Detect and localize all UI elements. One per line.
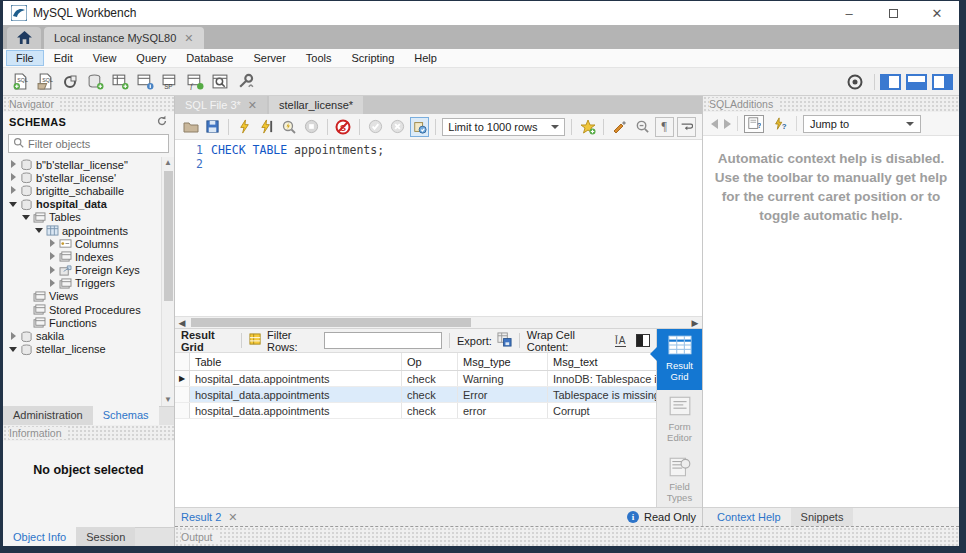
expand-arrow-icon[interactable] bbox=[9, 332, 18, 341]
toggle-autocommit-icon[interactable] bbox=[410, 117, 429, 137]
help-back-icon[interactable] bbox=[711, 119, 718, 129]
new-connection-icon[interactable] bbox=[59, 72, 81, 92]
query-tab-stellar-license-[interactable]: stellar_license* bbox=[269, 96, 363, 114]
field-types-button[interactable]: FieldTypes bbox=[657, 451, 702, 512]
collapse-arrow-icon[interactable] bbox=[22, 213, 31, 222]
grid-header-op[interactable]: Op bbox=[402, 353, 458, 370]
tree-scrollbar[interactable]: ▲ ▼ bbox=[161, 157, 174, 406]
tree-item-hospital-data[interactable]: hospital_data bbox=[3, 198, 161, 211]
result-tab-close-icon[interactable]: ✕ bbox=[228, 511, 237, 524]
toggle-output-icon[interactable] bbox=[906, 74, 927, 90]
show-invisibles-icon[interactable]: ¶ bbox=[655, 117, 674, 137]
grid-cell[interactable]: hospital_data.appointments bbox=[190, 371, 402, 386]
tree-item-indexes[interactable]: Indexes bbox=[3, 250, 161, 263]
expand-arrow-icon[interactable] bbox=[48, 266, 57, 275]
expand-arrow-icon[interactable] bbox=[48, 279, 57, 288]
new-sql-tab-icon[interactable]: SQL bbox=[9, 72, 31, 92]
expand-arrow-icon[interactable] bbox=[9, 173, 18, 182]
find-icon[interactable] bbox=[632, 117, 651, 137]
beautify-script-icon[interactable] bbox=[610, 117, 629, 137]
scrollbar-thumb[interactable] bbox=[164, 171, 173, 301]
maximize-button[interactable] bbox=[871, 1, 915, 25]
grid-cell[interactable]: Tablespace is missing for table `hospita… bbox=[548, 387, 656, 402]
collapse-arrow-icon[interactable] bbox=[9, 345, 18, 354]
tree-item-brigitte-schabaille[interactable]: brigitte_schabaille bbox=[3, 184, 161, 197]
collapse-arrow-icon[interactable] bbox=[9, 200, 18, 209]
query-tab-sql-file-3-[interactable]: SQL File 3*✕ bbox=[175, 96, 267, 114]
menu-scripting[interactable]: Scripting bbox=[343, 51, 404, 65]
tab-context-help[interactable]: Context Help bbox=[707, 508, 791, 527]
expand-arrow-icon[interactable] bbox=[48, 239, 57, 248]
jump-to-dropdown[interactable]: Jump to bbox=[803, 115, 921, 133]
output-panel-header[interactable]: Output bbox=[175, 526, 959, 546]
execute-query-icon[interactable] bbox=[235, 117, 254, 137]
tree-item-functions[interactable]: Functions bbox=[3, 316, 161, 329]
table-row[interactable]: hospital_data.appointmentscheckerrorCorr… bbox=[175, 403, 656, 419]
schema-filter[interactable] bbox=[8, 134, 169, 153]
tree-item-tables[interactable]: Tables bbox=[3, 211, 161, 224]
tree-item-columns[interactable]: Columns bbox=[3, 237, 161, 250]
schema-filter-input[interactable] bbox=[28, 138, 164, 150]
grid-cell[interactable]: check bbox=[402, 387, 458, 402]
query-tab-close-icon[interactable]: ✕ bbox=[248, 99, 257, 112]
status-circle-icon[interactable] bbox=[844, 72, 866, 92]
tab-snippets[interactable]: Snippets bbox=[791, 508, 854, 527]
grid-cell[interactable]: Warning bbox=[458, 371, 548, 386]
scroll-right-icon[interactable]: ▶ bbox=[688, 318, 702, 328]
grid-header-msg_type[interactable]: Msg_type bbox=[458, 353, 548, 370]
help-forward-icon[interactable] bbox=[724, 119, 731, 129]
toggle-automatic-help-icon[interactable]: ? bbox=[770, 115, 790, 133]
grid-cell[interactable]: InnoDB: Tablespace is missing for table … bbox=[548, 371, 656, 386]
scroll-down-icon[interactable]: ▼ bbox=[164, 394, 172, 406]
new-schema-icon[interactable] bbox=[84, 72, 106, 92]
tab-session[interactable]: Session bbox=[76, 527, 135, 546]
explain-query-icon[interactable] bbox=[280, 117, 299, 137]
menu-server[interactable]: Server bbox=[244, 51, 294, 65]
editor-horizontal-scrollbar[interactable]: ◀ ▶ bbox=[175, 316, 702, 329]
result-grid-button[interactable]: ResultGrid bbox=[657, 329, 702, 390]
tree-item-triggers[interactable]: Triggers bbox=[3, 277, 161, 290]
toggle-sidebar-icon[interactable] bbox=[880, 74, 901, 90]
expand-arrow-icon[interactable] bbox=[9, 160, 18, 169]
refresh-schemas-icon[interactable] bbox=[156, 115, 168, 129]
new-table-icon[interactable] bbox=[109, 72, 131, 92]
grid-cell[interactable]: check bbox=[402, 371, 458, 386]
grid-cell[interactable]: hospital_data.appointments bbox=[190, 387, 402, 402]
export-icon[interactable] bbox=[497, 332, 512, 349]
expand-arrow-icon[interactable] bbox=[48, 252, 57, 261]
grid-header-msg_text[interactable]: Msg_text bbox=[548, 353, 656, 370]
table-row[interactable]: hospital_data.appointmentscheckErrorTabl… bbox=[175, 387, 656, 403]
save-snippet-icon[interactable] bbox=[578, 117, 597, 137]
tree-item-foreign-keys[interactable]: Foreign Keys bbox=[3, 264, 161, 277]
wrap-text-icon[interactable] bbox=[677, 117, 696, 137]
tree-item-sakila[interactable]: sakila bbox=[3, 329, 161, 342]
tree-item-stored-procedures[interactable]: Stored Procedures bbox=[3, 303, 161, 316]
context-help-icon[interactable]: ? bbox=[744, 115, 764, 133]
menu-help[interactable]: Help bbox=[405, 51, 446, 65]
execute-current-statement-icon[interactable] bbox=[257, 117, 276, 137]
search-objects-icon[interactable] bbox=[209, 72, 231, 92]
tab-schemas[interactable]: Schemas bbox=[93, 406, 159, 425]
table-row[interactable]: ▶hospital_data.appointmentscheckWarningI… bbox=[175, 371, 656, 387]
result-tab[interactable]: Result 2 ✕ bbox=[181, 511, 238, 524]
new-function-icon[interactable]: f bbox=[184, 72, 206, 92]
toggle-stop-on-error-icon[interactable]: S bbox=[334, 117, 353, 137]
tree-item-views[interactable]: Views bbox=[3, 290, 161, 303]
grid-cell[interactable]: error bbox=[458, 403, 548, 418]
scroll-left-icon[interactable]: ◀ bbox=[175, 318, 189, 328]
filter-rows-input[interactable] bbox=[324, 332, 442, 349]
configure-server-icon[interactable] bbox=[234, 72, 256, 92]
grid-cell[interactable]: check bbox=[402, 403, 458, 418]
tree-item-appointments[interactable]: appointments bbox=[3, 224, 161, 237]
limit-rows-dropdown[interactable]: Limit to 1000 rows bbox=[442, 118, 565, 136]
menu-edit[interactable]: Edit bbox=[45, 51, 82, 65]
form-editor-button[interactable]: FormEditor bbox=[657, 390, 702, 451]
collapse-arrow-icon[interactable] bbox=[35, 226, 44, 235]
tree-item-b-b-stellar-license-[interactable]: b"b'stellar_license" bbox=[3, 158, 161, 171]
open-sql-script-icon[interactable]: SQL bbox=[34, 72, 56, 92]
home-tab[interactable] bbox=[7, 27, 41, 49]
wrap-cell-content-icon[interactable]: ĪA bbox=[615, 335, 626, 347]
tree-item-b-stellar-license-[interactable]: b'stellar_license' bbox=[3, 171, 161, 184]
new-view-icon[interactable] bbox=[134, 72, 156, 92]
result-grid-table[interactable]: TableOpMsg_typeMsg_text▶hospital_data.ap… bbox=[175, 353, 656, 419]
